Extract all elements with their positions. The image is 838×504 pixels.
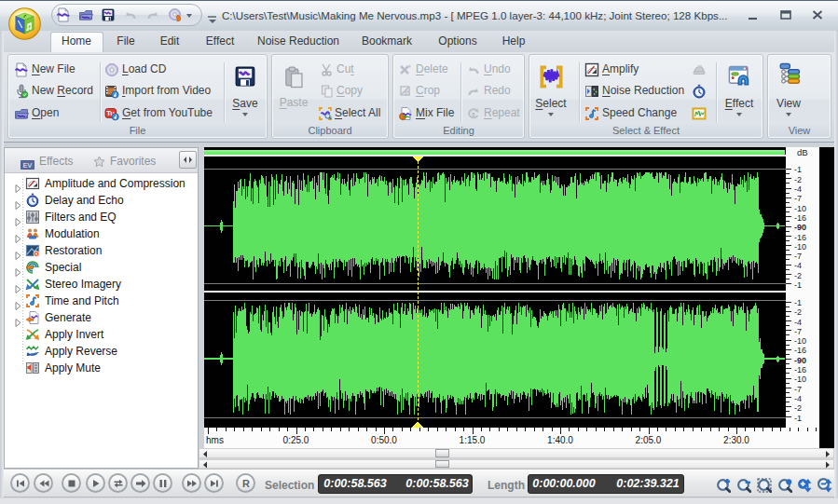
svg-text:-10: -10 xyxy=(794,336,806,346)
svg-text:-2: -2 xyxy=(794,403,802,413)
svg-text:1:15.0: 1:15.0 xyxy=(460,435,486,445)
svg-text:-4: -4 xyxy=(794,261,802,270)
svg-text:-7: -7 xyxy=(794,194,802,203)
svg-text:EV: EV xyxy=(23,162,33,169)
svg-text:dB: dB xyxy=(797,147,808,157)
svg-text:-10: -10 xyxy=(794,375,806,384)
svg-text:2:30.0: 2:30.0 xyxy=(723,435,749,445)
svg-text:-4: -4 xyxy=(794,184,802,194)
svg-text:-2: -2 xyxy=(794,175,802,184)
svg-text:-2: -2 xyxy=(794,271,802,280)
svg-text:R: R xyxy=(242,478,250,489)
svg-text:0:50.0: 0:50.0 xyxy=(371,435,397,445)
svg-text:2:05.0: 2:05.0 xyxy=(636,435,662,445)
svg-text:-7: -7 xyxy=(794,385,802,394)
svg-text:-1: -1 xyxy=(794,298,802,307)
svg-text:hms: hms xyxy=(206,435,224,445)
svg-text:-90: -90 xyxy=(794,223,806,232)
svg-text:0:25.0: 0:25.0 xyxy=(283,435,309,445)
svg-text:-4: -4 xyxy=(794,318,802,327)
svg-text:-2: -2 xyxy=(794,307,802,317)
svg-text:-16: -16 xyxy=(794,346,806,355)
svg-text:-1: -1 xyxy=(794,165,802,174)
svg-text:-10: -10 xyxy=(794,204,806,213)
svg-text:-16: -16 xyxy=(794,233,806,242)
svg-text:1:40.0: 1:40.0 xyxy=(547,435,573,445)
svg-text:-7: -7 xyxy=(794,327,802,336)
svg-text:-10: -10 xyxy=(794,242,806,252)
svg-text:-1: -1 xyxy=(794,414,802,423)
svg-text:-90: -90 xyxy=(794,356,806,365)
svg-text:-16: -16 xyxy=(794,213,806,223)
svg-text:-1: -1 xyxy=(794,280,802,290)
svg-text:-4: -4 xyxy=(794,394,802,403)
svg-text:-16: -16 xyxy=(794,365,806,375)
svg-text:-7: -7 xyxy=(794,252,802,261)
